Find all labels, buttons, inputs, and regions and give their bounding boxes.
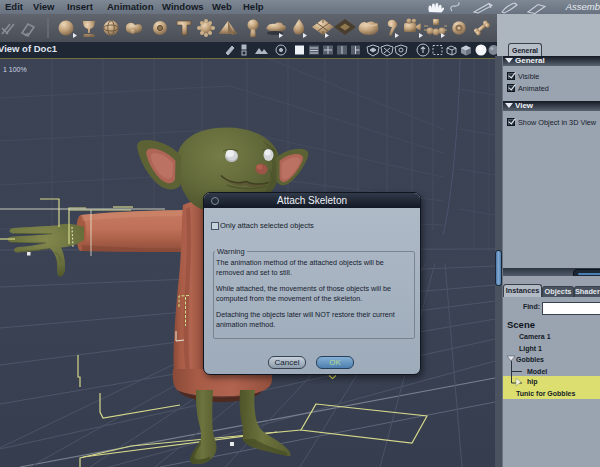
svg-text:1 100%: 1 100% <box>3 66 27 73</box>
